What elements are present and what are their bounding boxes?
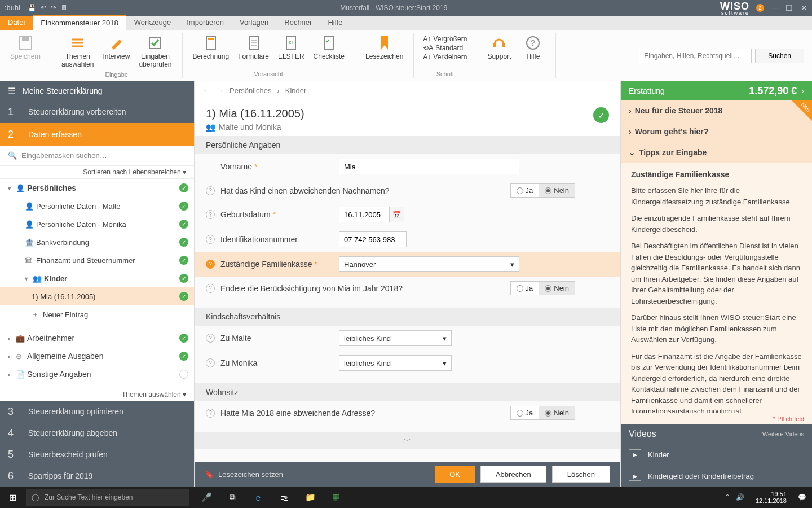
maximize-icon[interactable]: ☐ [785,3,793,12]
tab-importieren[interactable]: Importieren [179,16,232,30]
tree-malte[interactable]: 👤 Persönliche Daten - Malte ✓ [0,197,194,215]
breadcrumb-item[interactable]: Persönliches [230,86,271,95]
tab-file[interactable]: Datei [0,16,33,30]
idnr-input[interactable] [339,231,407,247]
ribbon-checkliste[interactable]: Checkliste [309,33,349,71]
app-icon[interactable]: ▦ [325,489,347,506]
video-kinder[interactable]: ▶ Kinder [621,444,812,465]
tab-vorlagen[interactable]: Vorlagen [232,16,276,30]
taskview-icon[interactable]: ⧉ [221,489,244,506]
clock[interactable]: 19:51 12.11.2018 [751,491,791,504]
close-icon[interactable]: ✕ [801,3,807,12]
tree-kinder[interactable]: ▾ 👥 Kinder ✓ [0,269,194,287]
tab-einkommensteuer[interactable]: Einkommensteuer 2018 [33,15,126,30]
search-input[interactable] [639,49,752,63]
delete-button[interactable]: Löschen [552,466,610,483]
sidebar-sort[interactable]: Sortieren nach Lebensbereichen ▾ [0,166,194,179]
radio-ja[interactable]: Ja [510,183,540,198]
breadcrumb-item[interactable]: Kinder [285,86,307,95]
explorer-icon[interactable]: 📁 [299,489,321,506]
step-2[interactable]: 2 Daten erfassen [0,123,194,146]
ribbon-lesezeichen[interactable]: Lesezeichen [361,33,408,77]
step-3[interactable]: 3Steuererklärung optimieren [0,401,194,422]
step-6[interactable]: 6Spartipps für 2019 [0,465,194,487]
radio-nein[interactable]: Nein [539,406,575,420]
help-icon[interactable]: ? [206,260,215,269]
acc-neu[interactable]: ›Neu für die Steuer 2018 [621,100,812,121]
tree-allg-ausgaben[interactable]: ▸ ⊕ Allgemeine Ausgaben ✓ [0,347,194,365]
refund-bar[interactable]: Erstattung 1.572,90 € › [621,81,812,100]
step-4[interactable]: 4Steuererklärung abgeben [0,422,194,444]
help-icon[interactable]: ? [206,210,215,219]
save-icon[interactable]: 💾 [28,4,36,12]
cancel-button[interactable]: Abbrechen [480,466,546,483]
radio-nein[interactable]: Nein [539,183,575,198]
tab-werkzeuge[interactable]: Werkzeuge [126,16,179,30]
tree-bank[interactable]: 🏦 Bankverbindung ✓ [0,233,194,251]
ribbon-eingaben-pruefen[interactable]: Eingaben überprüfen [134,33,176,71]
tree-finanzamt[interactable]: 🏛 Finanzamt und Steuernummer ✓ [0,251,194,269]
help-icon[interactable]: ? [206,409,215,418]
font-smaller[interactable]: A↓Verkleinern [423,53,467,61]
radio-nein[interactable]: Nein [539,281,575,295]
familienkasse-select[interactable]: Hannover▾ [339,256,519,272]
tab-hilfe[interactable]: Hilfe [320,16,350,30]
start-button[interactable]: ⊞ [0,492,25,503]
zu-monika-select[interactable]: leibliches Kind▾ [339,355,452,371]
sidebar-search[interactable]: 🔍 Eingabemasken suchen… [0,146,194,166]
step-5[interactable]: 5Steuerbescheid prüfen [0,444,194,465]
help-icon[interactable]: ? [206,235,215,244]
video-kindergeld[interactable]: ▶ Kindergeld oder Kinderfreibetrag [621,465,812,487]
tab-rechner[interactable]: Rechner [276,16,320,30]
ribbon-elster[interactable]: €↑ ELSTER [273,33,309,71]
acc-worum[interactable]: ›Worum geht's hier? [621,121,812,142]
notifications-icon[interactable]: 💬 [798,493,806,501]
edge-icon[interactable]: e [247,489,270,506]
mic-icon[interactable]: 🎤 [195,489,218,506]
font-larger[interactable]: A↑Vergrößern [423,35,467,43]
more-videos-link[interactable]: Weitere Videos [762,431,804,437]
help-icon[interactable]: ? [206,334,215,343]
help-icon[interactable]: ? [206,284,215,293]
undo-icon[interactable]: ↶ [41,4,46,12]
store-icon[interactable]: 🛍 [273,489,295,506]
ok-button[interactable]: OK [435,466,475,483]
radio-ja[interactable]: Ja [510,281,540,295]
vorname-input[interactable] [339,159,519,174]
ribbon-interview[interactable]: Interview [98,33,134,71]
calendar-icon[interactable]: 📅 [390,207,404,222]
ribbon-speichern[interactable]: Speichern [6,33,45,77]
volume-icon[interactable]: 🔊 [736,493,744,501]
ribbon-formulare[interactable]: Formulare [233,33,273,71]
ribbon-themen[interactable]: Themen auswählen [57,33,98,71]
nav-forward-icon[interactable]: → [217,86,224,95]
sidebar-header[interactable]: ☰ Meine Steuererklärung [0,81,194,100]
tray-chevron-icon[interactable]: ˄ [726,493,729,501]
tree-mia[interactable]: 1) Mia (16.11.2005) ✓ [0,287,194,305]
tree-neuer-eintrag[interactable]: ＋ Neuer Eintrag [0,305,194,323]
step-1[interactable]: 1 Steuererklärung vorbereiten [0,100,194,123]
ribbon-support[interactable]: Support [482,33,516,77]
geburtsdatum-input[interactable] [339,207,390,222]
ribbon-hilfe[interactable]: ? Hilfe [516,33,550,77]
notification-badge[interactable]: 2 [756,4,764,12]
radio-ja[interactable]: Ja [510,406,540,420]
zu-malte-select[interactable]: leibliches Kind▾ [339,330,452,346]
calc-icon[interactable]: 🖩 [61,4,68,12]
help-icon[interactable]: ? [206,358,215,367]
font-standard[interactable]: ⟲AStandard [423,44,467,52]
minimize-icon[interactable]: ─ [772,3,778,12]
expand-section[interactable]: ﹀ [195,432,620,449]
tree-arbeitnehmer[interactable]: ▸ 💼 Arbeitnehmer ✓ [0,329,194,347]
search-button[interactable]: Suchen [755,49,804,63]
set-bookmark[interactable]: 🔖 Lesezeichen setzen [205,470,283,479]
tree-persoenliches[interactable]: ▾ 👤 Persönliches ✓ [0,179,194,197]
taskbar-search[interactable]: ◯ Zur Suche Text hier eingeben [26,489,189,506]
help-icon[interactable]: ? [206,186,215,195]
tree-sonstige[interactable]: ▸ 📄 Sonstige Angaben [0,365,194,383]
acc-tipps[interactable]: ⌄Tipps zur Eingabe [621,142,812,163]
sidebar-tree-footer[interactable]: Themen auswählen ▾ [0,388,194,401]
tree-monika[interactable]: 👤 Persönliche Daten - Monika ✓ [0,215,194,233]
redo-icon[interactable]: ↷ [51,4,56,12]
ribbon-berechnung[interactable]: Berechnung [188,33,234,71]
